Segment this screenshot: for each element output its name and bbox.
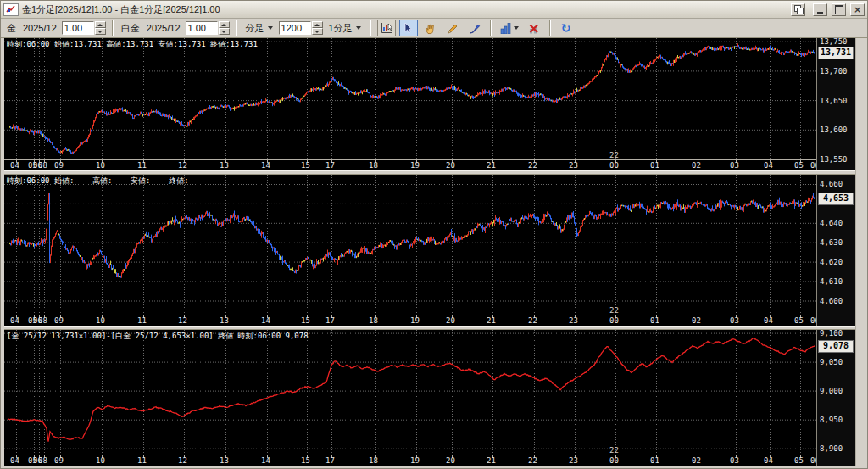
time-tick-label: 05 [794, 456, 804, 465]
chevron-down-icon [514, 26, 519, 30]
chart-panel-gold: 22 時刻:06:00 始値:13,731 高値:13,731 安値:13,73… [4, 38, 855, 170]
spread-price-axis: 9,1009,0509,0008,9508,9009,078 [816, 330, 855, 466]
time-tick-label: 19 [410, 161, 420, 170]
price-tick-label: 4,620 [820, 258, 843, 266]
time-tick-label: 23 [569, 456, 578, 465]
platinum-contract-month[interactable]: 2025/12 [147, 23, 181, 33]
bar-type-label: 分足 [246, 22, 264, 35]
chart-window: 金1分足[2025/12]1.00 - 白金1分足[2025/12]1.00 ×… [0, 0, 868, 469]
price-tick-label: 13,750 [820, 38, 848, 46]
time-tick-label: 22 [528, 456, 537, 465]
time-tick-label: 09 [54, 316, 64, 325]
bar-count-down-button[interactable] [312, 28, 323, 35]
time-tick-label: 01 [650, 316, 659, 325]
chart-cursor-tool-button[interactable] [377, 20, 396, 36]
close-button[interactable]: × [850, 3, 865, 16]
price-tick-label: 9,050 [820, 358, 843, 366]
draw-tool-button[interactable] [443, 20, 462, 36]
gold-ohlc-info: 時刻:06:00 始値:13,731 高値:13,731 安値:13,731 終… [7, 39, 258, 50]
close-icon: × [854, 5, 861, 14]
time-tick-label: 08 [38, 456, 47, 465]
time-tick-label: 08 [38, 316, 47, 325]
chart-area: 22 時刻:06:00 始値:13,731 高値:13,731 安値:13,73… [1, 38, 867, 466]
platinum-multiplier-up-button[interactable] [219, 21, 230, 28]
gold-symbol-label: 金 [7, 22, 16, 35]
spread-line-plot[interactable]: 22 [4, 330, 816, 455]
time-tick-label: 10 [96, 456, 105, 465]
price-tick-label: 9,100 [820, 330, 843, 338]
platinum-candle-plot[interactable]: 22 [4, 175, 816, 315]
time-tick-label: 14 [261, 161, 270, 170]
spin-down-icon [97, 31, 103, 33]
platinum-multiplier-input[interactable]: 1.00 [186, 21, 218, 35]
gold-candle-plot[interactable]: 22 [4, 38, 816, 159]
time-tick-label: 10 [96, 161, 105, 170]
time-tick-label: 02 [692, 456, 701, 465]
price-tick-label: 8,950 [820, 416, 843, 424]
time-tick-label: 05 [794, 161, 804, 170]
delete-chart-button[interactable] [525, 20, 543, 36]
gold-last-price-box: 13,731 [818, 47, 854, 59]
time-tick-label: 13 [220, 456, 229, 465]
platinum-multiplier-down-button[interactable] [219, 28, 230, 35]
session-date-label: 22 [609, 151, 619, 159]
time-tick-label: 17 [326, 161, 335, 170]
time-tick-label: 13 [220, 316, 229, 325]
session-date-label: 22 [609, 306, 619, 315]
time-tick-label: 20 [446, 456, 455, 465]
time-tick-label: 17 [326, 316, 335, 325]
minimize-icon [817, 12, 823, 14]
time-tick-label: 04 [764, 161, 773, 170]
app-icon [3, 3, 19, 16]
time-tick-label: 03 [730, 456, 739, 465]
bar-count-up-button[interactable] [312, 21, 323, 28]
annotate-tool-button[interactable] [465, 20, 484, 36]
gold-multiplier-input[interactable]: 1.00 [62, 21, 94, 35]
time-tick-label: 23 [569, 161, 578, 170]
price-tick-label: 4,640 [820, 219, 843, 227]
price-tick-label: 13,700 [820, 67, 848, 75]
price-tick-label: 4,630 [820, 238, 843, 247]
time-tick-label: 02 [692, 161, 701, 170]
spread-info: [金 25/12 13,731×1.00]-[白金 25/12 4,653×1.… [7, 331, 309, 342]
toolbar-separator [490, 20, 492, 36]
pan-tool-button[interactable] [421, 20, 440, 36]
price-tick-label: 13,650 [820, 97, 848, 105]
time-tick-label: 06 [810, 456, 816, 465]
bar-type-dropdown[interactable]: 分足 [243, 21, 275, 36]
maximize-button[interactable] [832, 3, 846, 16]
toolbar: 金 2025/12 1.00 白金 2025/12 1.00 分足 1200 [1, 19, 867, 38]
chart-type-button[interactable] [498, 20, 521, 36]
time-tick-label: 14 [261, 456, 270, 465]
minimize-button[interactable] [813, 3, 827, 16]
bar-count-input[interactable]: 1200 [279, 21, 311, 35]
gold-contract-month[interactable]: 2025/12 [23, 23, 57, 33]
select-tool-button[interactable] [399, 20, 418, 36]
refresh-button[interactable]: ↻ [557, 20, 576, 36]
spin-up-icon [97, 24, 103, 26]
time-tick-label: 10 [96, 316, 105, 325]
time-tick-label: 11 [137, 456, 147, 465]
time-tick-label: 21 [487, 456, 496, 465]
spread-time-axis: 0405060809101112131415171819202122230001… [4, 455, 816, 466]
platinum-price-axis: 4,6604,6404,6304,6204,6104,6004,653 [816, 175, 855, 326]
time-tick-label: 03 [730, 316, 739, 325]
time-tick-label: 18 [369, 456, 378, 465]
time-tick-label: 22 [528, 316, 537, 325]
platinum-symbol-label: 白金 [121, 22, 140, 35]
delete-x-icon [527, 22, 540, 35]
platinum-last-price-box: 4,653 [818, 193, 854, 205]
cascade-windows-button[interactable] [791, 3, 805, 16]
time-tick-label: 00 [609, 161, 619, 170]
time-tick-label: 04 [764, 316, 773, 325]
price-tick-label: 13,600 [820, 126, 848, 134]
interval-dropdown[interactable]: 1分足 [326, 21, 364, 36]
toolbar-separator [549, 20, 551, 36]
pencil-icon [446, 22, 459, 35]
spread-last-price-box: 9,078 [818, 340, 854, 353]
chart-panel-platinum: 22 時刻:06:00 始値:--- 高値:--- 安値:--- 終値:--- … [4, 175, 855, 326]
time-tick-label: 18 [369, 161, 378, 170]
gold-multiplier-down-button[interactable] [95, 28, 106, 35]
spin-up-icon [221, 24, 226, 26]
gold-multiplier-up-button[interactable] [95, 21, 106, 28]
